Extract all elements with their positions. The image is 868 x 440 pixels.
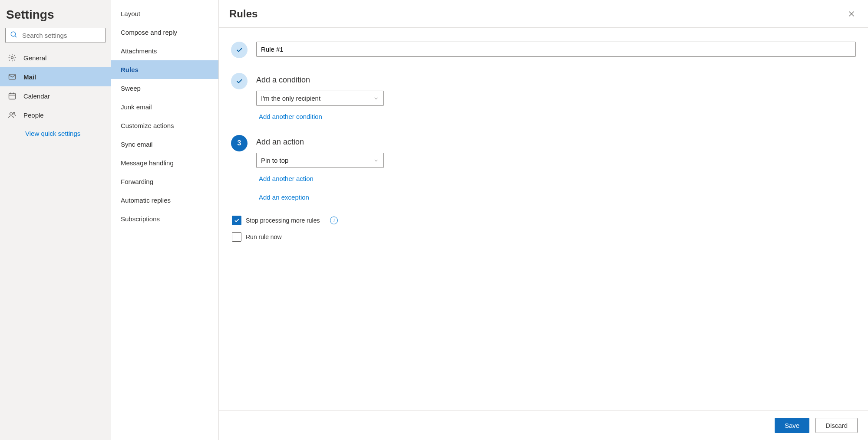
sidebar-item-calendar[interactable]: Calendar: [0, 86, 111, 105]
close-button[interactable]: [845, 8, 858, 20]
secondary-item-compose[interactable]: Compose and reply: [111, 23, 218, 42]
sidebar-item-label: Calendar: [23, 92, 50, 100]
view-quick-settings-link[interactable]: View quick settings: [0, 125, 111, 142]
svg-rect-4: [9, 93, 16, 99]
secondary-item-autoreply[interactable]: Automatic replies: [111, 191, 218, 210]
run-rule-now-checkbox[interactable]: [232, 232, 241, 242]
step-add-action: 3 Add an action Pin to top Add another a…: [231, 135, 856, 201]
secondary-item-attachments[interactable]: Attachments: [111, 42, 218, 60]
chevron-down-icon: [373, 95, 379, 102]
sidebar-item-mail[interactable]: Mail: [0, 67, 111, 86]
checkmark-icon: [234, 217, 240, 223]
sidebar-item-label: General: [23, 54, 46, 62]
secondary-item-customize[interactable]: Customize actions: [111, 116, 218, 135]
discard-button[interactable]: Discard: [815, 418, 858, 433]
search-settings-input[interactable]: [18, 32, 101, 39]
stop-processing-label: Stop processing more rules: [246, 217, 320, 224]
secondary-item-junk[interactable]: Junk email: [111, 98, 218, 116]
step-rule-name: [231, 42, 856, 58]
secondary-item-sweep[interactable]: Sweep: [111, 79, 218, 98]
svg-line-1: [15, 36, 17, 37]
page-title: Rules: [229, 8, 257, 20]
sidebar-item-label: People: [23, 112, 44, 119]
main-header: Rules: [219, 0, 868, 28]
run-rule-now-row: Run rule now: [232, 232, 856, 242]
condition-select[interactable]: I'm the only recipient: [256, 91, 384, 106]
main-content: Rules Add a condition: [219, 0, 868, 440]
add-action-title: Add an action: [256, 138, 856, 147]
add-condition-title: Add a condition: [256, 76, 856, 85]
condition-select-value: I'm the only recipient: [261, 95, 320, 102]
svg-point-9: [13, 112, 15, 114]
sidebar-secondary: LayoutCompose and replyAttachmentsRulesS…: [111, 0, 219, 440]
secondary-item-subscriptions[interactable]: Subscriptions: [111, 210, 218, 228]
run-rule-now-label: Run rule now: [246, 233, 282, 240]
step-3-badge: 3: [231, 135, 248, 151]
svg-rect-3: [9, 74, 16, 79]
svg-point-8: [10, 113, 13, 115]
mail-icon: [8, 72, 17, 81]
chevron-down-icon: [373, 158, 379, 164]
sidebar-item-general[interactable]: General: [0, 48, 111, 67]
stop-processing-checkbox[interactable]: [232, 216, 241, 225]
gear-icon: [8, 53, 17, 62]
settings-heading: Settings: [0, 4, 111, 28]
step-add-condition: Add a condition I'm the only recipient A…: [231, 73, 856, 120]
people-icon: [8, 111, 17, 119]
main-footer: Save Discard: [219, 410, 868, 440]
sidebar-primary: Settings GeneralMailCalendarPeople View …: [0, 0, 111, 440]
action-select-value: Pin to top: [261, 157, 288, 164]
secondary-item-sync[interactable]: Sync email: [111, 135, 218, 154]
action-select[interactable]: Pin to top: [256, 153, 384, 168]
svg-point-2: [11, 57, 13, 59]
add-exception-link[interactable]: Add an exception: [259, 194, 856, 201]
search-settings-input-wrapper[interactable]: [5, 28, 106, 43]
checkmark-icon: [235, 77, 243, 85]
stop-processing-row: Stop processing more rules i: [232, 216, 856, 225]
secondary-item-handling[interactable]: Message handling: [111, 154, 218, 172]
step-2-badge: [231, 73, 248, 89]
rule-name-input[interactable]: [256, 42, 856, 57]
secondary-item-rules[interactable]: Rules: [111, 60, 218, 79]
info-icon[interactable]: i: [330, 217, 338, 224]
close-icon: [848, 10, 855, 18]
secondary-item-forwarding[interactable]: Forwarding: [111, 172, 218, 191]
sidebar-item-people[interactable]: People: [0, 105, 111, 125]
add-another-condition-link[interactable]: Add another condition: [259, 113, 856, 120]
save-button[interactable]: Save: [775, 418, 809, 433]
svg-point-0: [11, 32, 16, 36]
step-1-badge: [231, 42, 248, 58]
secondary-item-layout[interactable]: Layout: [111, 4, 218, 23]
calendar-icon: [8, 92, 17, 100]
checkmark-icon: [235, 46, 243, 54]
sidebar-item-label: Mail: [23, 73, 36, 81]
add-another-action-link[interactable]: Add another action: [259, 175, 856, 182]
search-icon: [10, 31, 18, 40]
